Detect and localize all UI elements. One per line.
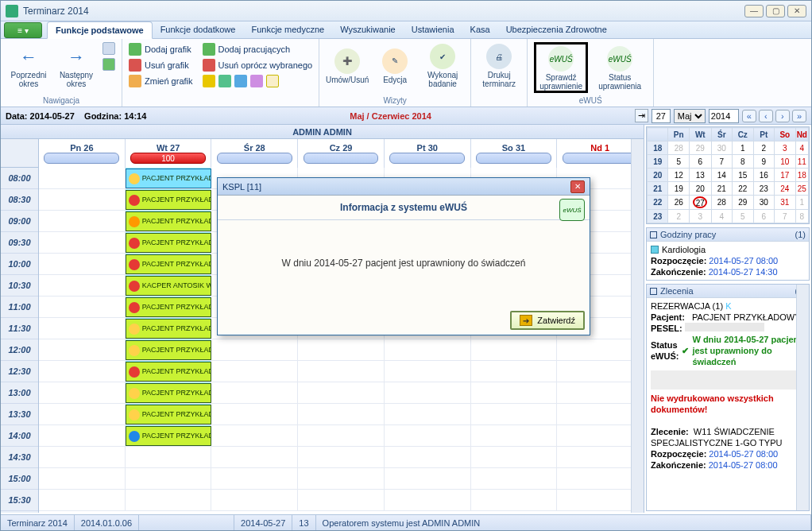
time-slot: 15:00 bbox=[1, 468, 38, 490]
appointment[interactable]: PACJENT PRZYKŁADOWY bbox=[126, 405, 212, 424]
panel-scrollbar[interactable] bbox=[796, 285, 809, 510]
color-presets[interactable] bbox=[203, 74, 313, 88]
appointment[interactable]: PACJENT PRZYKŁADOWY bbox=[126, 383, 212, 403]
appointment-text: PACJENT PRZYKŁADOWY bbox=[142, 304, 212, 311]
color-icon bbox=[234, 75, 247, 87]
time-slot: 12:00 bbox=[1, 339, 38, 361]
calendar-icon[interactable] bbox=[102, 42, 115, 55]
status-icon bbox=[129, 238, 140, 249]
time-slot: 14:00 bbox=[1, 425, 38, 447]
umow-usun-button[interactable]: ➕ Umów/Usuń bbox=[326, 42, 369, 88]
tab-funkcje-dodatkowe[interactable]: Funkcje dodatkowe bbox=[153, 21, 244, 38]
tab-ubezpieczenia[interactable]: Ubezpieczenia Zdrowotne bbox=[498, 21, 615, 38]
day-pill[interactable] bbox=[217, 153, 292, 164]
exam-icon: ✔ bbox=[430, 44, 455, 69]
edit-visit-icon: ✎ bbox=[382, 48, 408, 74]
day-pill[interactable] bbox=[389, 153, 465, 164]
appointment-text: PACJENT PRZYKŁADOWY bbox=[142, 218, 212, 225]
year-input[interactable] bbox=[709, 109, 739, 123]
day-input[interactable] bbox=[652, 109, 671, 123]
orders-panel-title: Zlecenia bbox=[660, 286, 694, 296]
goto-icon[interactable]: ⇥ bbox=[635, 109, 648, 122]
edit-grafik-button[interactable]: Zmień grafik bbox=[129, 74, 193, 88]
del-except-button[interactable]: Usuń oprócz wybranego bbox=[203, 58, 313, 72]
status-operator: Operatorem systemu jest ADMIN ADMIN bbox=[316, 515, 811, 530]
hours-panel-title: Godziny pracy bbox=[660, 230, 716, 239]
plus-icon bbox=[203, 43, 215, 56]
add-working-button[interactable]: Dodaj pracujących bbox=[203, 42, 313, 56]
add-grafik-button[interactable]: Dodaj grafik bbox=[129, 42, 193, 56]
minus-icon bbox=[129, 59, 141, 72]
dialog-title: KSPL [11] bbox=[222, 182, 261, 192]
collapse-icon[interactable] bbox=[650, 288, 657, 295]
tab-funkcje-medyczne[interactable]: Funkcje medyczne bbox=[243, 21, 332, 38]
status-uprawnienia-button[interactable]: eWUŚ Status uprawnienia bbox=[593, 42, 647, 93]
status-icon bbox=[129, 431, 140, 442]
group-ewus: eWUŚ bbox=[534, 95, 647, 105]
appointment[interactable]: PACJENT PRZYKŁADOWY bbox=[126, 297, 212, 317]
day-pill[interactable] bbox=[44, 153, 119, 164]
appointment[interactable]: PACJENT PRZYKŁADOWY bbox=[126, 211, 212, 231]
del-grafik-button[interactable]: Usuń grafik bbox=[129, 58, 193, 72]
next-period-button[interactable]: Następny okres bbox=[55, 42, 98, 88]
appointment[interactable]: PACJENT PRZYKŁADOWY bbox=[126, 169, 212, 188]
vertical-scrollbar[interactable] bbox=[631, 139, 644, 513]
sprawdz-uprawnienie-button[interactable]: eWUŚ Sprawdź uprawnienie bbox=[534, 42, 588, 93]
mini-calendar[interactable]: PnWtŚrCzPtSoNd18282930123419567891011201… bbox=[646, 126, 810, 224]
day-pill[interactable] bbox=[476, 153, 551, 164]
appointment-text: PACJENT PRZYKŁADOWY U bbox=[142, 432, 212, 440]
appointment-text: PACJENT PRZYKŁADOWY bbox=[142, 239, 212, 246]
time-slot: 12:30 bbox=[1, 361, 38, 382]
next-button[interactable]: › bbox=[775, 110, 790, 122]
tab-funkcje-podstawowe[interactable]: Funkcje podstawowe bbox=[47, 21, 153, 39]
status-version: 2014.01.0.06 bbox=[75, 515, 139, 530]
appointment[interactable]: PACJENT PRZYKŁADOWY bbox=[126, 340, 212, 360]
appointment[interactable]: KACPER ANTOSIK W11 ŚWIADCZENIE bbox=[126, 276, 212, 296]
day-pill[interactable]: 100 bbox=[130, 153, 206, 164]
arrow-right-icon bbox=[64, 44, 89, 69]
refresh-icon[interactable] bbox=[102, 58, 115, 71]
status-date: 2014-05-27 bbox=[234, 515, 292, 530]
tab-wyszukiwanie[interactable]: Wyszukiwanie bbox=[332, 21, 404, 38]
day-header-label: Pt 30 bbox=[417, 143, 438, 153]
close-button[interactable]: ✕ bbox=[787, 5, 806, 17]
drukuj-button[interactable]: 🖨 Drukuj terminarz bbox=[478, 42, 520, 88]
day-header-label: Wt 27 bbox=[157, 143, 180, 153]
month-select[interactable]: Maj bbox=[674, 109, 706, 123]
edycja-button[interactable]: ✎ Edycja bbox=[373, 42, 416, 88]
appointment[interactable]: PACJENT PRZYKŁADOWY bbox=[126, 190, 212, 210]
minus-icon bbox=[203, 59, 215, 72]
dialog-heading: Informacja z systemu eWUŚ bbox=[340, 202, 467, 213]
appointment[interactable]: PACJENT PRZYKŁADOWY U bbox=[126, 426, 212, 446]
minimize-button[interactable]: — bbox=[744, 5, 764, 17]
appointment[interactable]: PACJENT PRZYKŁADOWY bbox=[126, 362, 212, 382]
color-icon bbox=[203, 75, 215, 87]
time-slot: 10:00 bbox=[1, 254, 38, 275]
main-menu-button[interactable]: ≡ ▾ bbox=[4, 22, 42, 38]
last-button[interactable]: » bbox=[792, 110, 806, 122]
first-button[interactable]: « bbox=[742, 110, 756, 122]
day-pill[interactable] bbox=[563, 153, 638, 164]
status-icon bbox=[129, 281, 140, 292]
color-icon bbox=[218, 75, 231, 87]
confirm-button[interactable]: ➔ Zatwierdź bbox=[510, 311, 585, 330]
time-slot: 08:30 bbox=[1, 189, 38, 211]
time-slot: 13:00 bbox=[1, 382, 38, 404]
status-icon bbox=[129, 345, 140, 356]
tab-ustawienia[interactable]: Ustawienia bbox=[404, 21, 462, 38]
dialog-close-button[interactable]: ✕ bbox=[570, 180, 585, 193]
time-slot: 15:30 bbox=[1, 490, 38, 511]
wykonaj-badanie-button[interactable]: ✔ Wykonaj badanie bbox=[421, 42, 464, 88]
prev-period-button[interactable]: Poprzedni okres bbox=[7, 42, 50, 88]
appointment[interactable]: PACJENT PRZYKŁADOWY bbox=[126, 319, 212, 339]
day-pill[interactable] bbox=[304, 153, 379, 164]
collapse-icon[interactable] bbox=[650, 231, 657, 238]
prev-button[interactable]: ‹ bbox=[759, 110, 773, 122]
appointment[interactable]: PACJENT PRZYKŁADOWY bbox=[126, 233, 212, 253]
day-header-label: Cz 29 bbox=[330, 143, 353, 153]
appointment-text: PACJENT PRZYKŁADOWY bbox=[142, 390, 212, 397]
maximize-button[interactable]: ▢ bbox=[766, 5, 785, 17]
tab-kasa[interactable]: Kasa bbox=[462, 21, 498, 38]
appointment-text: PACJENT PRZYKŁADOWY bbox=[142, 368, 212, 375]
appointment[interactable]: PACJENT PRZYKŁADOWY D bbox=[126, 254, 212, 274]
